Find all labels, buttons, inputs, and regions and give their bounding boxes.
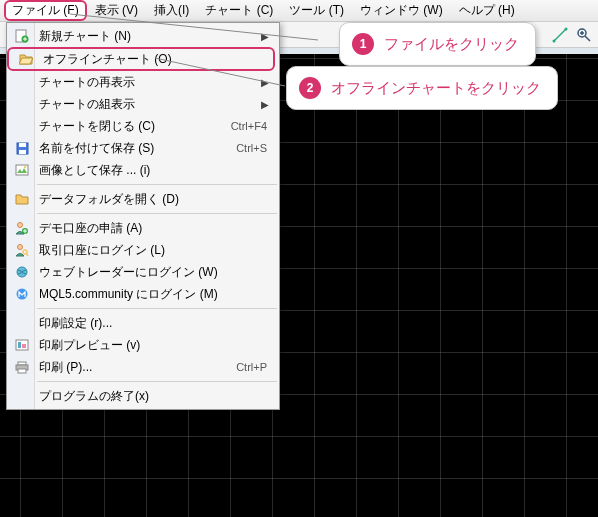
mql5-icon [11, 286, 33, 302]
menu-chart-label: チャート (C) [205, 3, 273, 17]
menu-tools-label: ツール (T) [289, 3, 344, 17]
menu-item-login-trade[interactable]: 取引口座にログイン (L) [7, 239, 279, 261]
menu-item-label: 画像として保存 ... (i) [39, 162, 150, 179]
menu-item-offline-chart[interactable]: オフラインチャート (O) [11, 48, 275, 70]
menu-item-label: 取引口座にログイン (L) [39, 242, 165, 259]
svg-point-0 [553, 39, 556, 42]
menu-item-save-image[interactable]: 画像として保存 ... (i) [7, 159, 279, 181]
menu-item-new-chart[interactable]: 新規チャート (N) ▶ [7, 25, 279, 47]
menu-item-shortcut: Ctrl+F4 [231, 120, 269, 132]
preview-icon [11, 337, 33, 353]
svg-rect-12 [19, 150, 26, 154]
svg-rect-29 [18, 369, 26, 373]
menubar: ファイル (F) 表示 (V) 挿入(I) チャート (C) ツール (T) ウ… [0, 0, 598, 22]
svg-rect-25 [18, 342, 21, 348]
menu-item-open-data-folder[interactable]: データフォルダを開く (D) [7, 188, 279, 210]
submenu-arrow-icon: ▶ [259, 99, 269, 110]
menu-item-chart-combine[interactable]: チャートの組表示 ▶ [7, 93, 279, 115]
svg-line-3 [585, 36, 590, 41]
callout-2: 2 オフラインチャートをクリック [286, 66, 558, 110]
svg-point-14 [24, 166, 26, 168]
menu-separator [37, 381, 277, 382]
printer-icon [11, 359, 33, 375]
new-chart-icon [11, 28, 33, 44]
menu-item-print-setup[interactable]: 印刷設定 (r)... [7, 312, 279, 334]
menu-item-shortcut: Ctrl+P [236, 361, 269, 373]
blank-icon [11, 118, 33, 134]
menu-file[interactable]: ファイル (F) [4, 0, 87, 21]
callout-2-text: オフラインチャートをクリック [331, 79, 541, 98]
menu-item-label: MQL5.community にログイン (M) [39, 286, 218, 303]
key-icon [11, 242, 33, 258]
menu-item-label: 印刷 (P)... [39, 359, 92, 376]
menu-item-label: ウェブトレーダーにログイン (W) [39, 264, 218, 281]
svg-point-19 [18, 245, 23, 250]
globe-icon [11, 264, 33, 280]
callout-1: 1 ファイルをクリック [339, 22, 536, 66]
menu-insert-label: 挿入(I) [154, 3, 189, 17]
menu-item-label: オフラインチャート (O) [43, 51, 172, 68]
image-icon [11, 162, 33, 178]
blank-icon [11, 74, 33, 90]
svg-point-23 [17, 289, 28, 300]
toolbar-line-icon[interactable] [550, 25, 570, 45]
svg-rect-26 [22, 344, 26, 348]
menu-chart[interactable]: チャート (C) [197, 0, 281, 21]
blank-icon [11, 388, 33, 404]
svg-line-21 [26, 253, 28, 256]
svg-point-1 [565, 27, 568, 30]
blank-icon [11, 315, 33, 331]
folder-open-icon [15, 51, 37, 67]
menu-item-print[interactable]: 印刷 (P)... Ctrl+P [7, 356, 279, 378]
svg-rect-13 [16, 165, 28, 175]
menu-view[interactable]: 表示 (V) [87, 0, 146, 21]
menu-item-demo-account[interactable]: デモ口座の申請 (A) [7, 217, 279, 239]
file-menu: 新規チャート (N) ▶ オフラインチャート (O) チャートの再表示 ▶ チャ… [6, 22, 280, 410]
svg-point-15 [18, 223, 23, 228]
menu-item-login-web[interactable]: ウェブトレーダーにログイン (W) [7, 261, 279, 283]
menu-item-label: チャートを閉じる (C) [39, 118, 155, 135]
menu-item-save-as[interactable]: 名前を付けて保存 (S) Ctrl+S [7, 137, 279, 159]
menu-item-label: 名前を付けて保存 (S) [39, 140, 154, 157]
menu-separator [37, 184, 277, 185]
menu-help[interactable]: ヘルプ (H) [451, 0, 523, 21]
menu-help-label: ヘルプ (H) [459, 3, 515, 17]
menu-view-label: 表示 (V) [95, 3, 138, 17]
menu-separator [37, 213, 277, 214]
menu-window-label: ウィンドウ (W) [360, 3, 443, 17]
menu-item-label: 印刷プレビュー (v) [39, 337, 140, 354]
menu-item-exit[interactable]: プログラムの終了(x) [7, 385, 279, 407]
menu-item-login-mql5[interactable]: MQL5.community にログイン (M) [7, 283, 279, 305]
save-icon [11, 140, 33, 156]
menu-item-label: チャートの組表示 [39, 96, 135, 113]
menu-insert[interactable]: 挿入(I) [146, 0, 197, 21]
menu-item-label: 印刷設定 (r)... [39, 315, 112, 332]
menu-item-label: デモ口座の申請 (A) [39, 220, 142, 237]
callout-1-number: 1 [352, 33, 374, 55]
menu-window[interactable]: ウィンドウ (W) [352, 0, 451, 21]
menu-item-label: 新規チャート (N) [39, 28, 131, 45]
folder-icon [11, 191, 33, 207]
menu-item-label: チャートの再表示 [39, 74, 135, 91]
menu-item-label: プログラムの終了(x) [39, 388, 149, 405]
menu-item-label: データフォルダを開く (D) [39, 191, 179, 208]
menu-item-shortcut: Ctrl+S [236, 142, 269, 154]
callout-1-text: ファイルをクリック [384, 35, 519, 54]
menu-item-print-preview[interactable]: 印刷プレビュー (v) [7, 334, 279, 356]
svg-rect-11 [19, 143, 26, 147]
user-add-icon [11, 220, 33, 236]
callout-2-number: 2 [299, 77, 321, 99]
submenu-arrow-icon: ▶ [259, 77, 269, 88]
menu-tools[interactable]: ツール (T) [281, 0, 352, 21]
submenu-arrow-icon: ▶ [259, 31, 269, 42]
menu-item-close-chart[interactable]: チャートを閉じる (C) Ctrl+F4 [7, 115, 279, 137]
menu-file-label: ファイル (F) [12, 3, 79, 17]
menu-item-chart-redisplay[interactable]: チャートの再表示 ▶ [7, 71, 279, 93]
blank-icon [11, 96, 33, 112]
menu-separator [37, 308, 277, 309]
toolbar-zoom-icon[interactable] [574, 25, 594, 45]
